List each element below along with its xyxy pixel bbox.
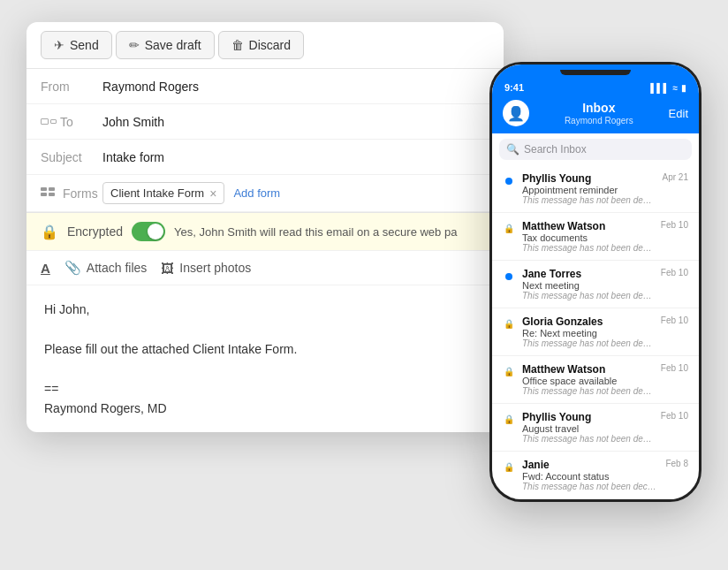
encrypted-label: Encrypted <box>67 224 123 239</box>
forms-icon <box>41 187 58 200</box>
email-subject: Fwd: Account status <box>522 471 658 482</box>
phone-header-text: Inbox Raymond Rogers <box>536 101 662 125</box>
photos-label: Insert photos <box>179 261 251 275</box>
email-left-col: 🔒 <box>503 459 515 472</box>
email-date: Feb 10 <box>661 363 688 373</box>
email-list-item[interactable]: 🔒Gloria GonzalesRe: Next meetingThis mes… <box>492 308 699 356</box>
discard-button[interactable]: 🗑 Discard <box>218 31 304 59</box>
lock-icon: 🔒 <box>504 319 514 329</box>
lock-icon: 🔒 <box>504 367 514 376</box>
email-date: Feb 10 <box>661 411 688 421</box>
email-sender: Gloria Gonzales <box>522 315 654 328</box>
email-date: Apr 21 <box>663 172 688 182</box>
email-left-col: 🔒 <box>503 363 515 376</box>
to-label: To <box>41 115 102 129</box>
email-sender: Matthew Watson <box>522 363 654 376</box>
email-content: Phyllis YoungAugust travelThis message h… <box>522 411 654 444</box>
save-draft-label: Save draft <box>145 38 201 52</box>
form-tag[interactable]: Client Intake Form × <box>102 182 224 204</box>
phone-notch <box>560 70 631 75</box>
forms-row: Forms Client Intake Form × Add form <box>27 175 504 212</box>
toggle-knob <box>148 224 163 239</box>
attach-files-button[interactable]: 📎 Attach files <box>64 260 147 276</box>
email-subject: August travel <box>522 423 654 434</box>
email-sender: Janie <box>522 459 658 471</box>
email-preview: This message has not been decrypted. <box>522 482 658 491</box>
email-date: Feb 8 <box>665 459 688 468</box>
email-list-item[interactable]: 🔒JanieFwd: Account statusThis message ha… <box>492 452 699 499</box>
email-subject: Office space available <box>522 376 654 386</box>
subject-value: Intake form <box>102 150 164 164</box>
form-tag-close-icon[interactable]: × <box>209 187 216 200</box>
forms-label: Forms <box>41 186 102 201</box>
email-subject: Appointment reminder <box>522 185 656 195</box>
email-content: Gloria GonzalesRe: Next meetingThis mess… <box>522 315 654 348</box>
email-content: Matthew WatsonTax documentsThis message … <box>522 220 654 253</box>
email-date: Feb 10 <box>661 268 688 277</box>
wifi-icon: ≈ <box>673 83 679 93</box>
edit-button[interactable]: Edit <box>669 107 688 120</box>
email-subject: Re: Next meeting <box>522 328 654 338</box>
avatar-icon: 👤 <box>507 105 525 122</box>
search-icon: 🔍 <box>506 143 519 156</box>
compose-toolbar: ✈ Send ✏ Save draft 🗑 Discard <box>27 22 504 69</box>
email-left-col: 🔒 <box>503 220 515 233</box>
search-bar[interactable]: 🔍 Search Inbox <box>499 139 692 160</box>
subject-row: Subject Intake form <box>27 140 504 175</box>
email-left-col: 🔒 <box>503 411 515 424</box>
email-date: Feb 10 <box>661 315 688 325</box>
save-draft-button[interactable]: ✏ Save draft <box>116 31 215 59</box>
send-icon: ✈ <box>54 38 64 52</box>
send-label: Send <box>70 38 99 52</box>
email-list-item[interactable]: Phyllis YoungAppointment reminderThis me… <box>492 165 699 213</box>
phone-email-list: Phyllis YoungAppointment reminderThis me… <box>492 165 699 499</box>
email-list-item[interactable]: 🔒Phyllis YoungAugust travelThis message … <box>492 404 699 452</box>
compose-fields: From Raymond Rogers To John Smith Subjec… <box>27 69 504 213</box>
signal-icon: ▌▌▌ <box>650 83 669 93</box>
lock-icon: 🔒 <box>504 414 514 424</box>
email-preview: This message has not been decrypted. <box>522 338 654 348</box>
body-line6: Raymond Rogers, MD <box>44 399 486 418</box>
from-label: From <box>41 80 102 94</box>
search-placeholder: Search Inbox <box>524 143 587 156</box>
email-list-item[interactable]: 🔒Matthew WatsonTax documentsThis message… <box>492 213 699 261</box>
email-left-col: 🔒 <box>503 315 515 329</box>
email-content: Phyllis YoungAppointment reminderThis me… <box>522 172 656 205</box>
unread-dot <box>505 273 512 280</box>
email-content: Jane TorresNext meetingThis message has … <box>522 268 654 300</box>
insert-photos-button[interactable]: 🖼 Insert photos <box>161 261 251 276</box>
email-left-col <box>503 172 515 185</box>
email-preview: This message has not been decrypted. <box>522 195 656 205</box>
attach-label: Attach files <box>87 261 147 275</box>
email-preview: This message has not been decrypted. <box>522 243 654 253</box>
compose-window: ✈ Send ✏ Save draft 🗑 Discard From Raymo… <box>27 22 504 432</box>
add-form-link[interactable]: Add form <box>233 186 280 200</box>
from-row: From Raymond Rogers <box>27 69 504 104</box>
battery-icon: ▮ <box>681 83 686 93</box>
pencil-icon: ✏ <box>129 38 140 52</box>
phone-header: 👤 Inbox Raymond Rogers Edit <box>492 96 699 133</box>
body-line5: == <box>44 379 486 399</box>
phone-avatar: 👤 <box>503 100 529 126</box>
unread-dot <box>505 178 512 185</box>
format-text-button[interactable]: A <box>41 261 50 276</box>
compose-body[interactable]: Hi John, Please fill out the attached Cl… <box>27 285 504 432</box>
to-icon <box>41 118 57 125</box>
compose-actions: A 📎 Attach files 🖼 Insert photos <box>27 251 504 285</box>
discard-label: Discard <box>249 38 291 52</box>
email-list-item[interactable]: Jane TorresNext meetingThis message has … <box>492 261 699 308</box>
send-button[interactable]: ✈ Send <box>41 31 112 59</box>
email-date: Feb 10 <box>661 220 688 230</box>
email-left-col <box>503 268 515 280</box>
paperclip-icon: 📎 <box>64 260 81 276</box>
body-line3: Please fill out the attached Client Inta… <box>44 339 486 359</box>
lock-icon: 🔒 <box>504 462 514 472</box>
encrypted-message: Yes, John Smith will read this email on … <box>174 225 457 239</box>
email-list-item[interactable]: 🔒Matthew WatsonOffice space availableThi… <box>492 356 699 404</box>
email-sender: Phyllis Young <box>522 411 654 423</box>
encrypted-toggle[interactable] <box>132 222 165 241</box>
status-time: 9:41 <box>504 82 524 93</box>
status-icons: ▌▌▌ ≈ ▮ <box>650 83 686 93</box>
form-tag-label: Client Intake Form <box>110 186 204 200</box>
phone-status-bar: 9:41 ▌▌▌ ≈ ▮ <box>492 77 699 96</box>
